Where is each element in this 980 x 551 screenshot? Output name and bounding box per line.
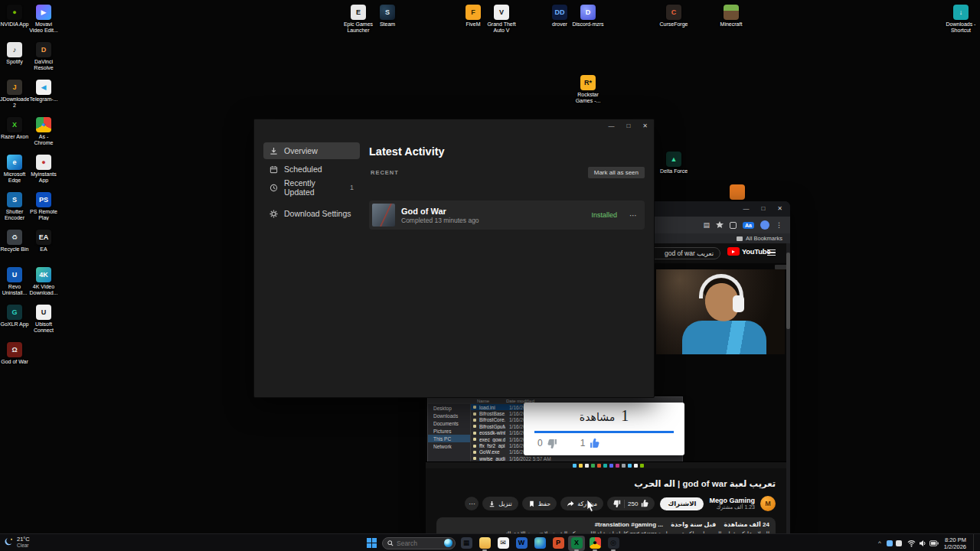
desktop-icon-image: EA bbox=[36, 230, 51, 245]
desktop-icon[interactable]: S Steam bbox=[370, 5, 405, 28]
maximize-icon[interactable]: □ bbox=[761, 206, 765, 212]
taskbar-app-icon[interactable]: ● bbox=[586, 536, 603, 551]
desktop-icon[interactable]: ▲ Delta Force bbox=[656, 152, 691, 174]
youtube-logo[interactable]: YouTube bbox=[727, 247, 770, 256]
sidebar-item-scheduled[interactable]: Scheduled bbox=[263, 161, 360, 178]
description-stats-line: 24 ألف مشاهدة قبل سنة واحدة #translation… bbox=[443, 521, 769, 528]
taskbar-app-icon[interactable]: ▦ bbox=[458, 536, 475, 551]
bookmark-star-icon[interactable] bbox=[716, 221, 724, 229]
like-thumb-icon[interactable] bbox=[641, 500, 648, 507]
browser-menu-icon[interactable]: ⋮ bbox=[776, 221, 782, 229]
start-button[interactable] bbox=[363, 536, 380, 551]
app-icon-image: W bbox=[516, 537, 528, 549]
save-button[interactable]: حفظ bbox=[522, 497, 557, 510]
sidebar-item-overview[interactable]: Overview bbox=[263, 142, 360, 159]
profile-avatar[interactable] bbox=[760, 220, 769, 230]
subscribe-button[interactable]: الاشتراك bbox=[660, 497, 704, 510]
description-box[interactable]: 24 ألف مشاهدة قبل سنة واحدة #translation… bbox=[436, 517, 776, 533]
desktop-icon[interactable]: EA EA bbox=[29, 230, 58, 267]
desktop-icon[interactable]: 4K 4K Video Download... bbox=[29, 267, 58, 305]
channel-avatar[interactable]: M bbox=[760, 496, 776, 511]
share-button[interactable]: مشاركة bbox=[560, 497, 603, 510]
file-name: BifrostBase.dll bbox=[479, 411, 505, 416]
file-icon bbox=[473, 438, 476, 441]
desktop-icon[interactable]: D DaVinci Resolve bbox=[29, 42, 58, 80]
desktop-icon[interactable]: ▶ Movavi Video Edit... bbox=[29, 5, 58, 42]
tray-system-icons[interactable] bbox=[907, 540, 939, 547]
desktop-icon-label: Spotify bbox=[0, 59, 29, 65]
video-taskbar-icon bbox=[622, 464, 626, 468]
desktop-icon[interactable]: ♪ Spotify bbox=[0, 42, 29, 80]
row-menu-icon[interactable]: ⋯ bbox=[629, 211, 637, 220]
video-taskbar-icon bbox=[640, 464, 644, 468]
desktop-icon[interactable]: X Razer Axon bbox=[0, 117, 29, 155]
activity-row[interactable]: God of War Completed 13 minutes ago Inst… bbox=[369, 201, 645, 230]
desktop-icon[interactable]: ● NVIDIA App bbox=[0, 5, 29, 42]
close-icon[interactable]: ✕ bbox=[777, 206, 782, 212]
all-bookmarks-button[interactable]: All Bookmarks bbox=[746, 235, 782, 242]
tray-app-icon[interactable] bbox=[887, 540, 893, 546]
tray-chevron-icon[interactable]: ^ bbox=[878, 540, 881, 546]
weather-widget[interactable]: 21°C Clear bbox=[4, 536, 30, 549]
desktop-icon-glyph: ◀ bbox=[41, 84, 47, 91]
desktop-icon[interactable]: e Microsoft Edge bbox=[0, 155, 29, 192]
taskbar-app-icon[interactable] bbox=[531, 536, 548, 551]
taskbar-search-box[interactable] bbox=[382, 537, 456, 549]
scrollbar-thumb[interactable] bbox=[786, 253, 790, 329]
desktop-icon[interactable]: U Revo Uninstall... bbox=[0, 267, 29, 305]
tray-app-icon[interactable] bbox=[896, 540, 902, 546]
desktop-icon[interactable]: Ω God of War bbox=[0, 342, 29, 380]
desktop-icon[interactable]: U Ubisoft Connect bbox=[29, 305, 58, 342]
desktop-icon-image: D bbox=[580, 5, 596, 20]
desktop-icon[interactable]: Minecraft bbox=[714, 5, 749, 28]
desktop-icon[interactable]: S Shutter Encoder bbox=[0, 192, 29, 230]
like-dislike-pill[interactable]: 250 bbox=[607, 497, 655, 510]
download-button[interactable]: تنزيل bbox=[482, 497, 518, 510]
desktop-icon[interactable]: G GoXLR App bbox=[0, 305, 29, 342]
desktop-icon-label: Telegram-... bbox=[29, 96, 58, 103]
desktop-icon[interactable]: C CurseForge bbox=[656, 5, 691, 28]
desktop-icon[interactable]: V Grand Theft Auto V bbox=[484, 5, 519, 33]
taskbar-app-icon[interactable]: ◎ bbox=[605, 536, 622, 551]
file-icon bbox=[473, 425, 476, 428]
description-hashtags[interactable]: #translation #gaming ... bbox=[595, 521, 663, 528]
more-actions-button[interactable]: ⋯ bbox=[465, 497, 479, 510]
desktop-icon[interactable]: ♻ Recycle Bin bbox=[0, 230, 29, 267]
desktop-icon[interactable]: ● Myinstants App bbox=[29, 155, 58, 192]
page-scrollbar[interactable] bbox=[786, 243, 790, 533]
maximize-icon[interactable]: □ bbox=[626, 123, 630, 129]
clock-icon bbox=[270, 184, 278, 192]
minimize-icon[interactable]: — bbox=[608, 123, 614, 129]
desktop-icon-label: Discord-mzrs bbox=[570, 21, 606, 28]
desktop-icon[interactable]: ● As - Chrome bbox=[29, 117, 58, 155]
desktop-icon[interactable]: ◀ Telegram-... bbox=[29, 80, 58, 117]
taskbar-app-icon[interactable]: W bbox=[513, 536, 530, 551]
desktop-icon[interactable]: R* Rockstar Games -... bbox=[570, 75, 606, 103]
desktop-icon-image: PS bbox=[36, 192, 51, 207]
show-desktop-sliver[interactable] bbox=[973, 534, 975, 551]
desktop-icon-label: Microsoft Edge bbox=[0, 171, 29, 183]
mark-all-as-seen-button[interactable]: Mark all as seen bbox=[588, 167, 645, 178]
taskbar-search-input[interactable] bbox=[397, 540, 441, 547]
app-icon-image: ✉ bbox=[498, 537, 509, 549]
reading-mode-badge[interactable]: Aa bbox=[743, 222, 754, 229]
desktop-icon[interactable] bbox=[720, 184, 755, 201]
desktop-icon[interactable]: J JDownloader 2 bbox=[0, 80, 29, 117]
sidebar-item-recently-updated[interactable]: Recently Updated 1 bbox=[263, 179, 360, 196]
side-panel-icon[interactable]: ▤ bbox=[704, 221, 710, 229]
sidebar-item-download-settings[interactable]: Download Settings bbox=[263, 205, 360, 222]
taskbar-app-icon[interactable]: ✉ bbox=[495, 536, 511, 551]
extensions-puzzle-icon[interactable] bbox=[730, 222, 737, 229]
dislike-thumb-icon[interactable] bbox=[613, 500, 621, 507]
desktop-icon[interactable]: D Discord-mzrs bbox=[570, 5, 606, 28]
hamburger-menu-icon[interactable] bbox=[767, 249, 776, 257]
desktop-icon[interactable]: ↓ Downloads - Shortcut bbox=[943, 5, 978, 33]
desktop-icon[interactable]: PS PS Remote Play bbox=[29, 192, 58, 230]
taskbar-app-icon[interactable] bbox=[476, 536, 493, 551]
taskbar-app-icon[interactable]: P bbox=[550, 536, 567, 551]
minimize-icon[interactable]: — bbox=[743, 206, 749, 212]
close-icon[interactable]: ✕ bbox=[642, 123, 648, 129]
taskbar-app-icon[interactable]: X bbox=[568, 536, 585, 551]
clock-widget[interactable]: 8:20 PM 1/2/2026 bbox=[944, 536, 966, 550]
channel-info[interactable]: Mego Gaming 1.23 ألف مشترك bbox=[709, 497, 755, 510]
